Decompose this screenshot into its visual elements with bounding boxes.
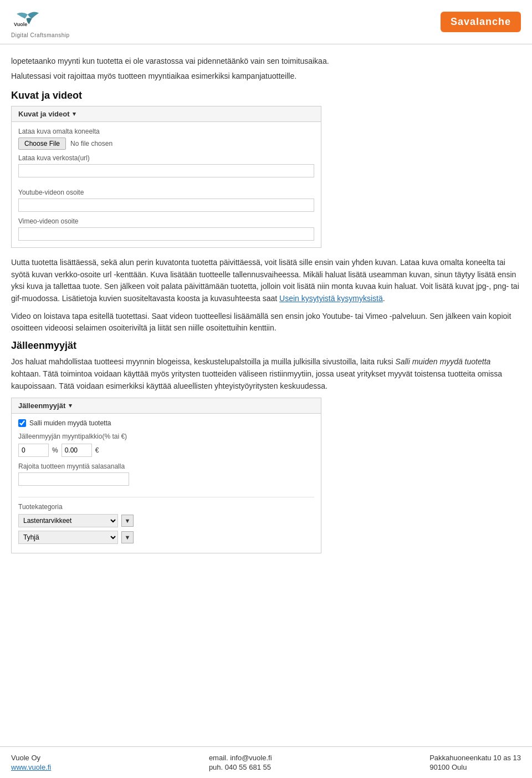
intro-line1: lopetetaanko myynti kun tuotetta ei ole … <box>11 55 521 67</box>
tuotekategoria-label: Tuotekategoria <box>18 503 314 511</box>
footer-city: 90100 Oulu <box>429 763 521 771</box>
category2-select[interactable]: Tyhjä <box>18 531 118 544</box>
lataa-koneelta-label: Lataa kuva omalta koneelta <box>18 128 314 135</box>
kuvat-videot-heading: Kuvat ja videot <box>11 90 521 101</box>
youtube-input[interactable] <box>18 199 314 212</box>
commission-percent-symbol: % <box>52 446 58 454</box>
jalleenmyyjat-body: Jos haluat mahdollistaa tuotteesi myynni… <box>11 356 521 392</box>
category1-select[interactable]: Lastentarvikkeet <box>18 514 118 527</box>
jalleen-italic: Salli muiden myydä tuotetta <box>395 357 490 366</box>
jalleen-body-text1: Jos haluat mahdollistaa tuotteesi myynni… <box>11 357 395 366</box>
jalleenmyyjat-panel-body: Salli muiden myydä tuotetta Jälleenmyyjä… <box>12 414 321 553</box>
intro-line2: Halutessasi voit rajoittaa myös tuotteen… <box>11 70 521 82</box>
savalanche-badge: Savalanche <box>441 12 521 32</box>
lataa-verkosta-input[interactable] <box>18 164 314 177</box>
jalleenmyyjat-section: Jälleenmyyjät Jos haluat mahdollistaa tu… <box>11 340 521 553</box>
salli-myydä-label: Salli muiden myydä tuotetta <box>29 419 111 427</box>
footer-phone: puh. 040 55 681 55 <box>209 763 272 771</box>
commission-eur-symbol: € <box>95 446 99 454</box>
kuvat-videot-panel: Kuvat ja videot Lataa kuva omalta koneel… <box>11 106 321 248</box>
vimeo-input[interactable] <box>18 227 314 241</box>
kuvat-videot-panel-body: Lataa kuva omalta koneelta Choose File N… <box>12 122 321 247</box>
commission-percent-input[interactable] <box>18 444 49 457</box>
footer-address: Pakkahuoneenkatu 10 as 13 <box>429 754 521 762</box>
divider <box>18 497 314 497</box>
body-para1-text: Uutta tuotetta lisättäessä, sekä alun pe… <box>11 258 519 303</box>
file-upload-row: Choose File No file chosen <box>18 138 314 150</box>
footer-col-3: Pakkahuoneenkatu 10 as 13 90100 Oulu <box>429 754 521 771</box>
logo-area: Vuole Digital Craftsmanship <box>11 6 70 38</box>
commission-row: % € <box>18 444 314 457</box>
lataa-verkosta-label: Lataa kuva verkosta(url) <box>18 154 314 162</box>
commission-label: Jälleenmyyjän myyntipalkkio(% tai €) <box>18 433 314 440</box>
footer-col-1: Vuole Oy www.vuole.fi <box>11 754 51 771</box>
jalleenmyyjat-panel: Jälleenmyyjät Salli muiden myydä tuotett… <box>11 398 321 553</box>
jalleen-body-text2: kohtaan. Tätä toimintoa voidaan käyttää … <box>11 369 502 390</box>
footer: Vuole Oy www.vuole.fi email. info@vuole.… <box>0 746 532 778</box>
body-paragraph-2: Video on loistava tapa esitellä tuotetta… <box>11 311 521 334</box>
category2-arrow-btn[interactable]: ▼ <box>121 531 134 543</box>
commission-eur-input[interactable] <box>62 444 92 457</box>
footer-col-2: email. info@vuole.fi puh. 040 55 681 55 <box>209 754 272 771</box>
header: Vuole Digital Craftsmanship Savalanche <box>0 0 532 44</box>
logo-tagline: Digital Craftsmanship <box>11 32 70 38</box>
salli-myydä-row: Salli muiden myydä tuotetta <box>18 419 314 427</box>
category1-arrow-btn[interactable]: ▼ <box>121 515 134 527</box>
jalleenmyyjat-panel-header[interactable]: Jälleenmyyjät <box>12 398 321 414</box>
footer-company: Vuole Oy <box>11 754 51 762</box>
choose-file-button[interactable]: Choose File <box>18 138 66 150</box>
body-paragraph-1: Uutta tuotetta lisättäessä, sekä alun pe… <box>11 257 521 305</box>
salli-myydä-checkbox[interactable] <box>18 419 26 427</box>
youtube-label: Youtube-videon osoite <box>18 189 314 196</box>
password-input[interactable] <box>18 472 129 486</box>
faq-link-images[interactable]: Usein kysytyistä kysymyksistä <box>279 294 383 303</box>
svg-text:Vuole: Vuole <box>14 22 27 27</box>
kuvat-videot-panel-title: Kuvat ja videot <box>18 110 69 118</box>
no-file-label: No file chosen <box>70 140 112 148</box>
vuole-logo: Vuole <box>11 6 44 31</box>
category1-row: Lastentarvikkeet ▼ <box>18 514 314 527</box>
password-label: Rajoita tuotteen myyntiä salasanalla <box>18 462 314 470</box>
footer-email: email. info@vuole.fi <box>209 754 272 762</box>
jalleenmyyjat-heading: Jälleenmyyjät <box>11 340 521 352</box>
kuvat-videot-panel-header[interactable]: Kuvat ja videot <box>12 106 321 122</box>
footer-website[interactable]: www.vuole.fi <box>11 763 51 771</box>
main-content: lopetetaanko myynti kun tuotetta ei ole … <box>0 44 532 565</box>
vimeo-label: Vimeo-videon osoite <box>18 217 314 225</box>
jalleenmyyjat-panel-title: Jälleenmyyjät <box>18 401 65 410</box>
category2-row: Tyhjä ▼ <box>18 531 314 544</box>
